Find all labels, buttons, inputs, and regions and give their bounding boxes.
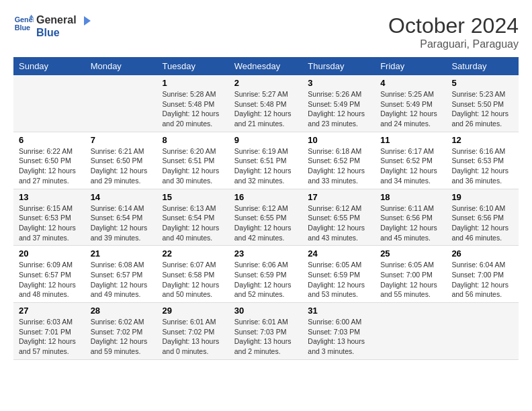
calendar-cell: 19Sunrise: 6:10 AM Sunset: 6:56 PM Dayli… [446, 189, 519, 246]
calendar-week-5: 27Sunrise: 6:03 AM Sunset: 7:01 PM Dayli… [13, 303, 519, 360]
calendar-cell [13, 75, 85, 132]
day-number: 18 [380, 192, 441, 202]
day-number: 23 [234, 248, 298, 259]
calendar-header: SundayMondayTuesdayWednesdayThursdayFrid… [13, 57, 519, 75]
day-number: 20 [19, 248, 80, 259]
calendar-cell: 24Sunrise: 6:05 AM Sunset: 6:59 PM Dayli… [302, 246, 375, 303]
day-number: 17 [308, 192, 369, 202]
calendar-cell: 25Sunrise: 6:05 AM Sunset: 7:00 PM Dayli… [375, 246, 446, 303]
calendar-cell: 30Sunrise: 6:01 AM Sunset: 7:03 PM Dayli… [229, 303, 303, 360]
day-info: Sunrise: 6:04 AM Sunset: 7:00 PM Dayligh… [451, 260, 513, 300]
day-info: Sunrise: 6:05 AM Sunset: 6:59 PM Dayligh… [308, 260, 369, 300]
day-number: 12 [451, 135, 513, 145]
calendar-cell: 11Sunrise: 6:17 AM Sunset: 6:52 PM Dayli… [375, 132, 446, 189]
day-number: 9 [234, 135, 298, 145]
calendar-cell: 8Sunrise: 6:20 AM Sunset: 6:51 PM Daylig… [157, 132, 229, 189]
calendar-cell: 2Sunrise: 5:27 AM Sunset: 5:48 PM Daylig… [229, 75, 303, 132]
day-info: Sunrise: 6:15 AM Sunset: 6:53 PM Dayligh… [19, 203, 80, 243]
day-info: Sunrise: 6:13 AM Sunset: 6:54 PM Dayligh… [163, 203, 224, 243]
day-info: Sunrise: 6:01 AM Sunset: 7:02 PM Dayligh… [163, 317, 224, 357]
calendar-month-year: October 2024 [388, 13, 519, 38]
svg-marker-4 [84, 16, 91, 26]
day-info: Sunrise: 6:21 AM Sunset: 6:50 PM Dayligh… [91, 146, 152, 186]
day-number: 10 [308, 135, 369, 145]
calendar-cell: 23Sunrise: 6:06 AM Sunset: 6:59 PM Dayli… [229, 246, 303, 303]
day-number: 5 [451, 78, 513, 88]
weekday-header-friday: Friday [375, 57, 446, 75]
weekday-header-wednesday: Wednesday [229, 57, 303, 75]
day-info: Sunrise: 6:10 AM Sunset: 6:56 PM Dayligh… [451, 203, 513, 243]
calendar-title-block: October 2024 Paraguari, Paraguay [388, 13, 519, 50]
weekday-header-tuesday: Tuesday [157, 57, 229, 75]
day-info: Sunrise: 6:22 AM Sunset: 6:50 PM Dayligh… [19, 146, 80, 186]
day-number: 16 [234, 192, 298, 202]
calendar-cell: 5Sunrise: 5:23 AM Sunset: 5:50 PM Daylig… [446, 75, 519, 132]
calendar-cell: 14Sunrise: 6:14 AM Sunset: 6:54 PM Dayli… [85, 189, 157, 246]
day-info: Sunrise: 6:19 AM Sunset: 6:51 PM Dayligh… [234, 146, 298, 186]
day-number: 11 [380, 135, 441, 145]
day-number: 15 [163, 192, 224, 202]
day-info: Sunrise: 6:16 AM Sunset: 6:53 PM Dayligh… [451, 146, 513, 186]
day-info: Sunrise: 5:23 AM Sunset: 5:50 PM Dayligh… [451, 89, 513, 129]
day-number: 19 [451, 192, 513, 202]
day-info: Sunrise: 6:12 AM Sunset: 6:55 PM Dayligh… [234, 203, 298, 243]
calendar-cell: 10Sunrise: 6:18 AM Sunset: 6:52 PM Dayli… [302, 132, 375, 189]
weekday-header-saturday: Saturday [446, 57, 519, 75]
calendar-week-4: 20Sunrise: 6:09 AM Sunset: 6:57 PM Dayli… [13, 246, 519, 303]
logo: General Blue General Blue [13, 13, 91, 39]
calendar-cell: 18Sunrise: 6:11 AM Sunset: 6:56 PM Dayli… [375, 189, 446, 246]
day-number: 26 [451, 248, 513, 259]
calendar-week-1: 1Sunrise: 5:28 AM Sunset: 5:48 PM Daylig… [13, 75, 519, 132]
calendar-cell: 17Sunrise: 6:12 AM Sunset: 6:55 PM Dayli… [302, 189, 375, 246]
day-number: 13 [19, 192, 80, 202]
calendar-cell: 9Sunrise: 6:19 AM Sunset: 6:51 PM Daylig… [229, 132, 303, 189]
day-number: 3 [308, 78, 369, 88]
calendar-cell: 27Sunrise: 6:03 AM Sunset: 7:01 PM Dayli… [13, 303, 85, 360]
day-info: Sunrise: 5:26 AM Sunset: 5:49 PM Dayligh… [308, 89, 369, 129]
calendar-cell: 7Sunrise: 6:21 AM Sunset: 6:50 PM Daylig… [85, 132, 157, 189]
logo-wing-icon [77, 16, 91, 26]
day-number: 29 [163, 306, 224, 316]
calendar-cell: 26Sunrise: 6:04 AM Sunset: 7:00 PM Dayli… [446, 246, 519, 303]
day-number: 27 [19, 306, 80, 316]
day-info: Sunrise: 6:12 AM Sunset: 6:55 PM Dayligh… [308, 203, 369, 243]
day-number: 7 [91, 135, 152, 145]
calendar-cell: 15Sunrise: 6:13 AM Sunset: 6:54 PM Dayli… [157, 189, 229, 246]
day-info: Sunrise: 6:01 AM Sunset: 7:03 PM Dayligh… [234, 317, 298, 357]
calendar-table: SundayMondayTuesdayWednesdayThursdayFrid… [13, 57, 519, 360]
calendar-cell: 22Sunrise: 6:07 AM Sunset: 6:58 PM Dayli… [157, 246, 229, 303]
calendar-cell: 4Sunrise: 5:25 AM Sunset: 5:49 PM Daylig… [375, 75, 446, 132]
day-number: 8 [163, 135, 224, 145]
calendar-cell: 1Sunrise: 5:28 AM Sunset: 5:48 PM Daylig… [157, 75, 229, 132]
day-number: 1 [163, 78, 224, 88]
calendar-cell: 29Sunrise: 6:01 AM Sunset: 7:02 PM Dayli… [157, 303, 229, 360]
day-info: Sunrise: 6:11 AM Sunset: 6:56 PM Dayligh… [380, 203, 441, 243]
day-info: Sunrise: 6:07 AM Sunset: 6:58 PM Dayligh… [163, 260, 224, 300]
day-info: Sunrise: 6:02 AM Sunset: 7:02 PM Dayligh… [91, 317, 152, 357]
day-info: Sunrise: 6:17 AM Sunset: 6:52 PM Dayligh… [380, 146, 441, 186]
day-number: 24 [308, 248, 369, 259]
day-info: Sunrise: 5:25 AM Sunset: 5:49 PM Dayligh… [380, 89, 441, 129]
calendar-cell: 6Sunrise: 6:22 AM Sunset: 6:50 PM Daylig… [13, 132, 85, 189]
day-info: Sunrise: 6:00 AM Sunset: 7:03 PM Dayligh… [308, 317, 369, 357]
day-number: 6 [19, 135, 80, 145]
day-number: 22 [163, 248, 224, 259]
day-number: 30 [234, 306, 298, 316]
calendar-week-2: 6Sunrise: 6:22 AM Sunset: 6:50 PM Daylig… [13, 132, 519, 189]
calendar-cell: 28Sunrise: 6:02 AM Sunset: 7:02 PM Dayli… [85, 303, 157, 360]
calendar-cell: 31Sunrise: 6:00 AM Sunset: 7:03 PM Dayli… [302, 303, 375, 360]
calendar-cell [85, 75, 157, 132]
weekday-header-monday: Monday [85, 57, 157, 75]
calendar-cell: 13Sunrise: 6:15 AM Sunset: 6:53 PM Dayli… [13, 189, 85, 246]
day-info: Sunrise: 6:08 AM Sunset: 6:57 PM Dayligh… [91, 260, 152, 300]
day-info: Sunrise: 6:05 AM Sunset: 7:00 PM Dayligh… [380, 260, 441, 300]
calendar-cell: 21Sunrise: 6:08 AM Sunset: 6:57 PM Dayli… [85, 246, 157, 303]
day-info: Sunrise: 6:03 AM Sunset: 7:01 PM Dayligh… [19, 317, 80, 357]
day-number: 14 [91, 192, 152, 202]
calendar-cell: 3Sunrise: 5:26 AM Sunset: 5:49 PM Daylig… [302, 75, 375, 132]
weekday-header-sunday: Sunday [13, 57, 85, 75]
day-info: Sunrise: 6:06 AM Sunset: 6:59 PM Dayligh… [234, 260, 298, 300]
day-number: 21 [91, 248, 152, 259]
calendar-cell [446, 303, 519, 360]
calendar-cell: 16Sunrise: 6:12 AM Sunset: 6:55 PM Dayli… [229, 189, 303, 246]
